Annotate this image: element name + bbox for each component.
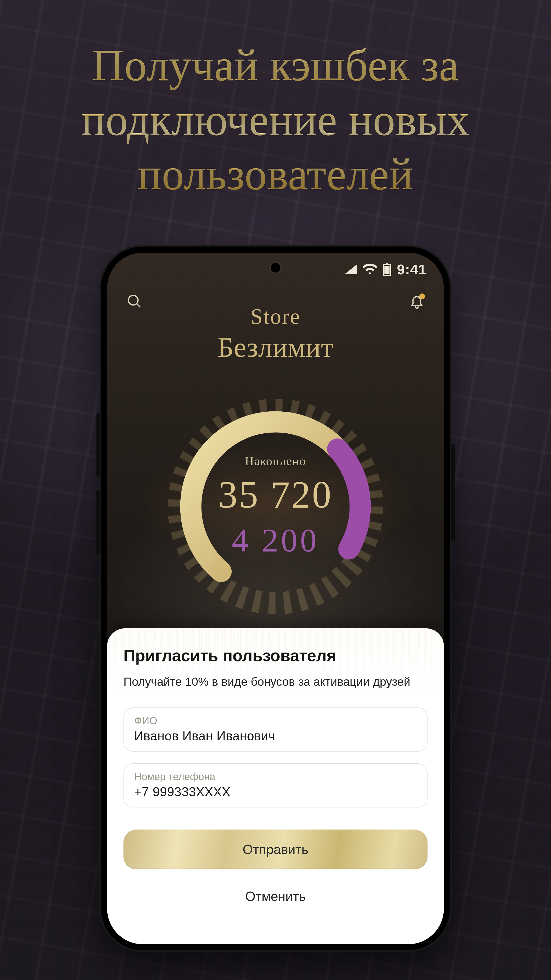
svg-rect-2 bbox=[384, 266, 389, 274]
gauge-sub-value: 4 200 bbox=[232, 521, 319, 559]
name-field-value: Иванов Иван Иванович bbox=[134, 729, 417, 743]
front-camera bbox=[271, 263, 280, 272]
name-field[interactable]: ФИО Иванов Иван Иванович bbox=[124, 708, 427, 752]
phone-frame: 9:41 Store Безлимит bbox=[100, 245, 451, 952]
sheet-description: Получайте 10% в виде бонусов за активаци… bbox=[124, 674, 427, 690]
battery-icon bbox=[383, 262, 391, 276]
phone-field-value: +7 999333XXXX bbox=[134, 784, 417, 799]
search-icon[interactable] bbox=[124, 291, 144, 311]
cellular-signal-icon bbox=[344, 264, 357, 274]
svg-line-4 bbox=[137, 304, 140, 307]
gauge-main-value: 35 720 bbox=[218, 473, 333, 517]
cashback-gauge: Накоплено 35 720 4 200 bbox=[154, 385, 397, 628]
phone-screen: 9:41 Store Безлимит bbox=[107, 253, 444, 944]
power-button bbox=[451, 444, 455, 541]
app-brand: Store Безлимит bbox=[107, 304, 444, 364]
wifi-icon bbox=[363, 264, 377, 274]
phone-field-label: Номер телефона bbox=[134, 771, 417, 783]
cancel-button[interactable]: Отменить bbox=[124, 877, 427, 916]
sheet-title: Пригласить пользователя bbox=[124, 646, 427, 665]
brand-line-2: Безлимит bbox=[107, 331, 444, 364]
submit-button[interactable]: Отправить bbox=[124, 829, 427, 869]
gauge-label: Накоплено bbox=[245, 454, 306, 468]
bell-icon[interactable] bbox=[407, 291, 427, 311]
status-time: 9:41 bbox=[397, 261, 427, 278]
marketing-headline: Получай кэшбек за подключение новых поль… bbox=[0, 38, 551, 202]
phone-field[interactable]: Номер телефона +7 999333XXXX bbox=[124, 763, 427, 808]
volume-down-button bbox=[97, 490, 100, 554]
name-field-label: ФИО bbox=[134, 715, 417, 727]
invite-bottom-sheet: Пригласить пользователя Получайте 10% в … bbox=[107, 628, 444, 944]
volume-up-button bbox=[97, 414, 100, 477]
notification-dot bbox=[419, 293, 425, 299]
